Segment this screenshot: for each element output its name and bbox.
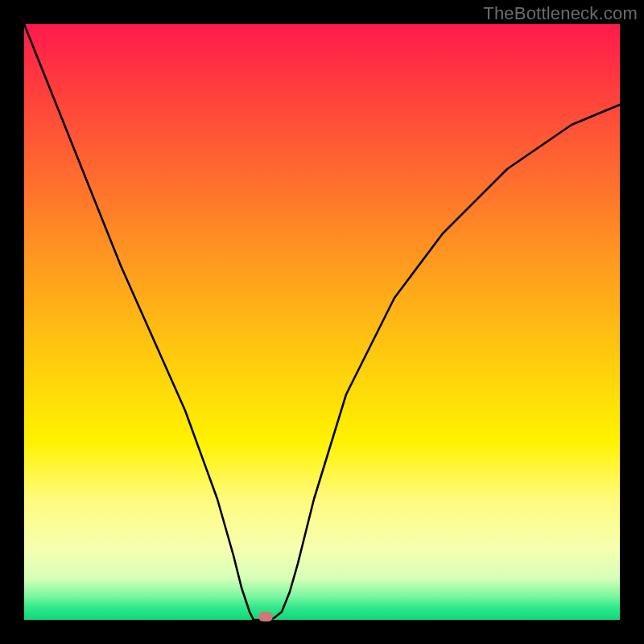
plot-area <box>24 24 620 620</box>
curve-path <box>24 24 620 620</box>
bottleneck-curve <box>24 24 620 620</box>
chart-frame: TheBottleneck.com <box>0 0 644 644</box>
optimum-marker <box>258 612 273 621</box>
watermark-text: TheBottleneck.com <box>483 3 638 24</box>
